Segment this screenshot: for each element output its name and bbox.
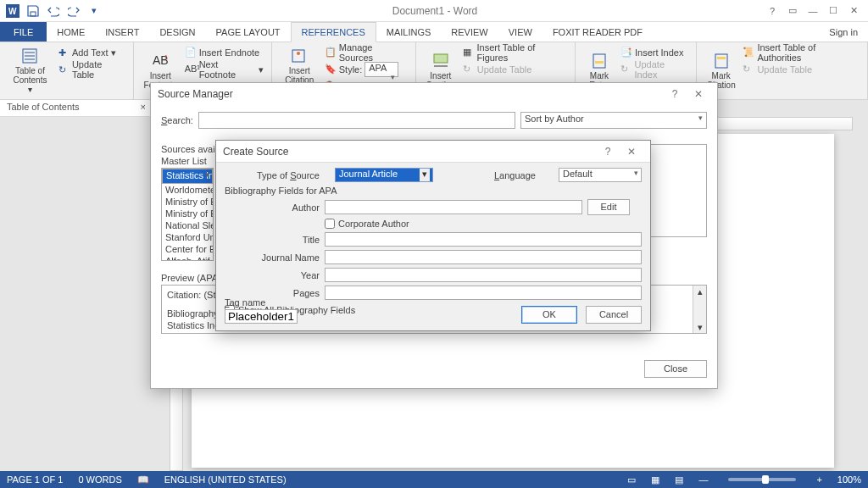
ribbon-options-icon[interactable]: ▭ [783,3,802,19]
insert-endnote-button[interactable]: 📄Insert Endnote [182,44,266,61]
sign-in-link[interactable]: Sign in [819,22,868,42]
title-input[interactable] [325,232,642,247]
read-mode-icon[interactable]: ▭ [627,474,636,485]
dlg1-close-icon[interactable]: ✕ [687,88,710,100]
save-icon[interactable] [24,2,42,20]
search-input[interactable] [198,112,515,129]
tab-review[interactable]: REVIEW [441,22,498,42]
ok-button[interactable]: OK [521,306,577,324]
tab-design[interactable]: DESIGN [149,22,205,42]
journal-label: Journal Name [225,252,325,263]
zoom-in-icon[interactable]: + [816,474,821,485]
tab-home[interactable]: HOME [47,22,95,42]
insert-toa-button[interactable]: 📜Insert Table of Authorities [740,44,862,61]
insert-index-button[interactable]: 📑Insert Index [618,44,691,61]
quick-access-toolbar: W ▾ [0,2,107,20]
sort-select[interactable]: Sort by Author [520,112,707,129]
svg-text:✚: ✚ [58,47,66,58]
tab-foxit[interactable]: FOXIT READER PDF [542,22,653,42]
close-icon[interactable]: ✕ [844,3,863,19]
tag-name-input[interactable] [225,309,298,324]
toc-pane: Table of Contents × [0,100,153,117]
web-layout-icon[interactable]: ▤ [675,474,683,485]
pages-input[interactable] [325,286,642,300]
title-label: Title [225,235,325,245]
qat-dropdown-icon[interactable]: ▾ [85,2,103,20]
update-toa-button[interactable]: ↻Update Table [740,61,862,78]
language-status[interactable]: ENGLISH (UNITED STATES) [164,474,287,485]
undo-icon[interactable] [44,2,63,20]
zoom-slider[interactable] [728,478,796,481]
tab-insert[interactable]: INSERT [95,22,149,42]
tab-references[interactable]: REFERENCES [291,22,376,42]
zoom-out-icon[interactable]: — [698,474,708,485]
scroll-up-icon[interactable]: ▴ [698,286,703,297]
tab-view[interactable]: VIEW [498,22,542,42]
bib-fields-label: Bibliography Fields for APA [225,186,642,196]
redo-icon[interactable] [64,2,83,20]
tab-page-layout[interactable]: PAGE LAYOUT [206,22,291,42]
endnote-icon: 📄 [185,47,197,58]
update-index-button[interactable]: ↻Update Index [618,61,691,78]
svg-rect-2 [31,12,36,16]
update-toc-button[interactable]: ↻Update Table [55,61,128,78]
dlg2-title-text: Create Source [223,146,596,158]
page-count[interactable]: PAGE 1 OF 1 [7,474,63,485]
word-count[interactable]: 0 WORDS [78,474,121,485]
zoom-level[interactable]: 100% [837,474,861,485]
manage-sources-button[interactable]: 📋Manage Sources [322,44,410,61]
document-title: Document1 - Word [107,5,763,17]
year-input[interactable] [325,268,642,282]
spellcheck-icon[interactable]: 📖 [137,474,149,485]
update-tof-button[interactable]: ↻Update Table [460,61,570,78]
scroll-down-icon[interactable]: ▾ [698,321,703,333]
list-item[interactable]: Alfooh, Atif Eid [162,255,213,261]
language-label: Language [494,170,536,180]
cancel-button[interactable]: Cancel [586,306,642,324]
list-item[interactable]: Center for Educ [162,243,213,255]
dlg2-titlebar[interactable]: Create Source ? ✕ [216,141,650,163]
svg-rect-16 [595,61,604,64]
list-item[interactable]: Stanford Univer [162,231,213,243]
style-selector[interactable]: 🔖Style: APA [322,61,410,78]
add-text-button[interactable]: ✚Add Text ▾ [55,44,128,61]
word-app-icon[interactable]: W [3,2,22,20]
list-item[interactable]: Ministry of Edu [162,208,213,219]
tab-mailings[interactable]: MAILINGS [376,22,442,42]
tab-file[interactable]: FILE [0,22,47,42]
svg-text:1: 1 [164,54,168,60]
list-item[interactable]: Statistics Indon [162,169,213,184]
table-of-contents-button[interactable]: Table ofContents ▾ [5,44,55,97]
edit-author-button[interactable]: Edit [587,199,630,215]
minimize-icon[interactable]: — [804,3,822,19]
dlg1-close-button[interactable]: Close [644,360,707,378]
list-item[interactable]: Worldometers; [162,184,213,196]
toc-pane-close[interactable]: × [141,102,146,114]
author-input[interactable] [325,200,582,214]
next-footnote-button[interactable]: AB¹Next Footnote ▾ [182,61,266,78]
dlg2-help-icon[interactable]: ? [596,146,620,158]
corporate-author-checkbox[interactable]: Corporate Author [325,219,409,229]
type-of-source-label: Type of Source [225,170,325,180]
svg-text:W: W [8,7,17,16]
help-icon[interactable]: ? [763,3,782,19]
dlg1-help-icon[interactable]: ? [663,88,687,100]
dlg1-title-text: Source Manager [158,88,663,100]
dlg2-close-icon[interactable]: ✕ [620,146,643,158]
style-icon: 🔖 [325,64,337,75]
list-item[interactable]: Ministry of Edu [162,196,213,208]
list-item[interactable]: National Sleep F [162,219,213,231]
manage-icon: 📋 [325,47,337,58]
language-select[interactable]: Default [559,168,642,182]
create-source-dialog: Create Source ? ✕ Type of Source Journal… [215,140,651,331]
dlg1-titlebar[interactable]: Source Manager ? ✕ [151,83,717,105]
svg-point-12 [297,52,300,55]
journal-input[interactable] [325,250,642,264]
master-list[interactable]: Statistics Indon Worldometers; Ministry … [161,168,214,261]
maximize-icon[interactable]: ☐ [824,3,843,19]
print-layout-icon[interactable]: ▦ [651,474,659,485]
author-label: Author [225,202,325,213]
type-of-source-select[interactable]: Journal Article [335,168,433,182]
insert-tof-button[interactable]: ▦Insert Table of Figures [460,44,570,61]
ribbon-tabs: FILE HOME INSERT DESIGN PAGE LAYOUT REFE… [0,22,868,42]
